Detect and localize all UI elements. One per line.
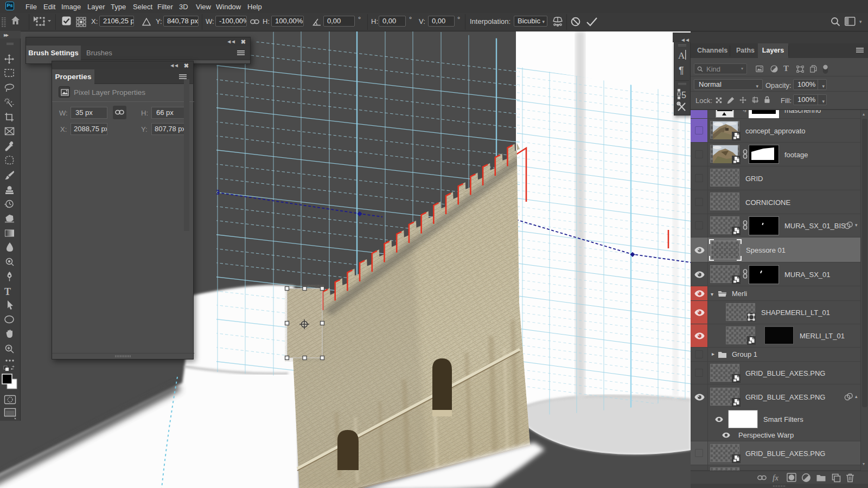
svg-text:¶: ¶ (679, 65, 684, 76)
svg-text:fx: fx (773, 473, 778, 482)
svg-text:A: A (678, 50, 685, 61)
svg-text:5: 5 (681, 91, 686, 100)
svg-text:T: T (4, 286, 11, 297)
